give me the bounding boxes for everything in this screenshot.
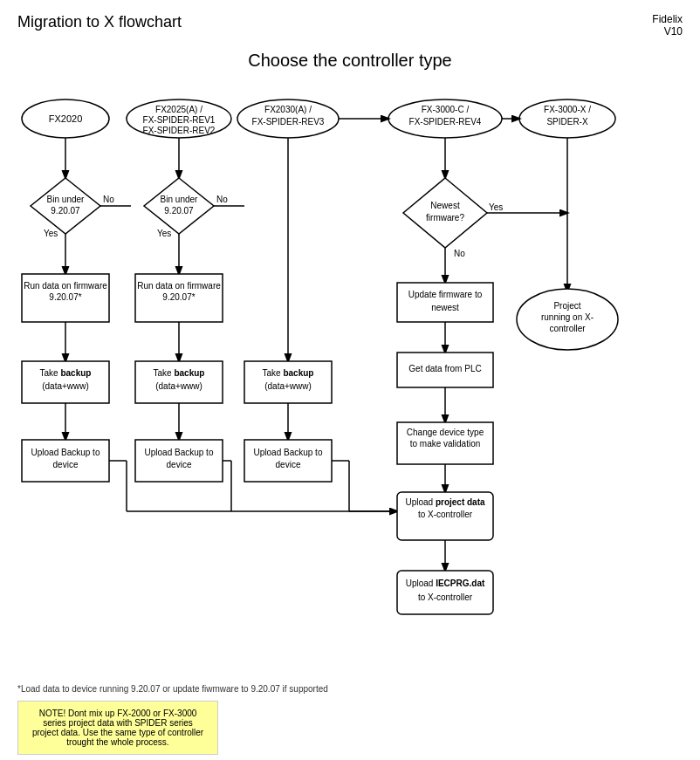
footnote: *Load data to device running 9.20.07 or …: [17, 684, 683, 694]
warning-box: NOTE! Dont mix up FX-2000 or FX-3000 ser…: [17, 701, 218, 755]
warning-text: NOTE! Dont mix up FX-2000 or FX-3000 ser…: [32, 709, 203, 747]
svg-text:to make validation: to make validation: [410, 439, 481, 448]
svg-text:No: No: [216, 195, 228, 204]
svg-text:Take backup: Take backup: [40, 368, 92, 378]
svg-text:Upload IECPRG.dat: Upload IECPRG.dat: [406, 579, 485, 588]
svg-text:Upload Backup to: Upload Backup to: [145, 448, 214, 457]
svg-text:Take backup: Take backup: [263, 368, 314, 378]
svg-text:Yes: Yes: [489, 202, 503, 212]
svg-text:Upload Backup to: Upload Backup to: [254, 448, 323, 457]
svg-text:Upload Backup to: Upload Backup to: [31, 448, 100, 457]
svg-text:Project: Project: [553, 301, 580, 311]
page-header: Migration to X flowchart FidelixV10: [0, 0, 700, 42]
svg-text:Change device type: Change device type: [407, 428, 484, 437]
svg-text:device: device: [53, 460, 79, 469]
svg-text:running on X-: running on X-: [541, 312, 594, 322]
flowchart-area: FX2020 Bin under 9.20.07 Yes No Run data…: [0, 84, 700, 677]
svg-text:FX-3000-X /: FX-3000-X /: [544, 105, 591, 114]
svg-text:Run data on firmware: Run data on firmware: [137, 281, 221, 291]
svg-text:Bin under: Bin under: [161, 195, 198, 204]
svg-text:Yes: Yes: [157, 229, 171, 238]
svg-text:Take backup: Take backup: [154, 368, 205, 378]
svg-text:firmware?: firmware?: [426, 213, 464, 223]
svg-text:No: No: [103, 195, 114, 204]
svg-text:controller: controller: [549, 324, 586, 333]
svg-text:FX2020: FX2020: [49, 113, 83, 124]
svg-text:Update firmware to: Update firmware to: [408, 290, 483, 299]
chart-title: Choose the controller type: [0, 51, 700, 71]
svg-text:to X-controller: to X-controller: [418, 510, 473, 519]
svg-text:Newest: Newest: [430, 201, 460, 210]
svg-text:FX-SPIDER-REV3: FX-SPIDER-REV3: [252, 117, 325, 127]
page-title: Migration to X flowchart: [17, 13, 182, 38]
svg-text:Get data from PLC: Get data from PLC: [408, 364, 481, 373]
svg-text:FX2025(A) /: FX2025(A) /: [155, 105, 202, 114]
svg-text:FX-SPIDER-REV2: FX-SPIDER-REV2: [143, 126, 216, 135]
svg-text:FX-SPIDER-REV1: FX-SPIDER-REV1: [143, 115, 216, 125]
svg-text:FX-3000-C /: FX-3000-C /: [422, 105, 470, 114]
svg-text:device: device: [276, 460, 301, 469]
svg-text:(data+www): (data+www): [264, 381, 312, 391]
svg-text:9.20.07: 9.20.07: [164, 206, 194, 216]
footer-area: *Load data to device running 9.20.07 or …: [0, 677, 700, 760]
svg-text:SPIDER-X: SPIDER-X: [546, 117, 588, 127]
brand-label: FidelixV10: [652, 13, 683, 38]
svg-text:(data+www): (data+www): [42, 381, 89, 391]
svg-text:FX2030(A) /: FX2030(A) /: [264, 105, 312, 114]
svg-text:9.20.07*: 9.20.07*: [162, 292, 195, 302]
svg-text:FX-SPIDER-REV4: FX-SPIDER-REV4: [409, 117, 482, 127]
svg-text:Upload project data: Upload project data: [405, 497, 485, 507]
svg-text:device: device: [167, 460, 192, 469]
svg-text:Yes: Yes: [44, 229, 58, 238]
svg-text:9.20.07: 9.20.07: [51, 206, 80, 216]
svg-text:Run data on firmware: Run data on firmware: [24, 281, 107, 291]
svg-text:(data+www): (data+www): [155, 381, 202, 391]
svg-text:No: No: [454, 249, 465, 258]
svg-text:newest: newest: [431, 303, 459, 312]
flowchart-svg: FX2020 Bin under 9.20.07 Yes No Run data…: [0, 84, 700, 677]
svg-text:Bin under: Bin under: [47, 195, 85, 204]
svg-text:9.20.07*: 9.20.07*: [49, 292, 81, 302]
svg-text:to X-controller: to X-controller: [418, 592, 473, 602]
